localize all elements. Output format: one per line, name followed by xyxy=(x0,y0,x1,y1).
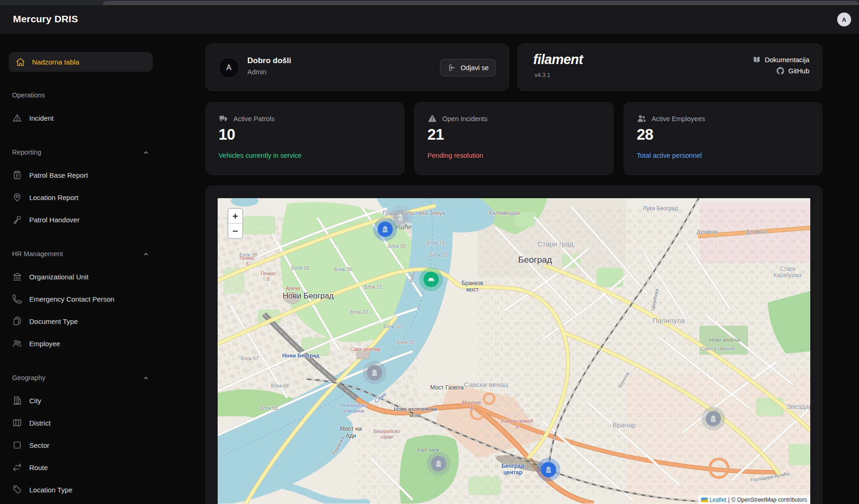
map-pin-icon xyxy=(12,192,22,202)
clipboard-list-icon xyxy=(12,170,22,180)
building-marker-icon xyxy=(378,222,393,237)
sidebar-section-header[interactable]: Geography xyxy=(0,374,161,381)
stat-description: Vehicles currently in service xyxy=(219,152,302,159)
sidebar-item-label: Organizational Unit xyxy=(29,273,89,281)
map-marker-car[interactable] xyxy=(420,268,443,291)
truck-icon xyxy=(219,114,228,123)
sidebar-item-label: Nadzorna tabla xyxy=(32,58,79,66)
home-icon xyxy=(15,57,26,67)
osm-attribution-link[interactable]: © OpenStreetMap contributors xyxy=(731,497,807,503)
chevron-up-icon xyxy=(142,149,149,156)
stat-description: Pending resolution xyxy=(427,152,483,159)
github-icon xyxy=(776,66,785,75)
welcome-avatar: A xyxy=(219,58,239,78)
map-marker-building[interactable] xyxy=(702,407,725,431)
car-marker-icon xyxy=(424,272,439,287)
sidebar-item-label: Location Report xyxy=(29,194,78,201)
stat-description: Total active personnel xyxy=(637,152,702,159)
building-marker-icon xyxy=(706,411,721,426)
sidebar-section-header[interactable]: Reporting xyxy=(0,149,161,156)
github-link[interactable]: GitHub xyxy=(776,66,809,75)
tag-icon xyxy=(12,485,22,495)
stat-card-active-employees: Active Employees 28 Total active personn… xyxy=(624,102,822,175)
sidebar-item-incident[interactable]: Incident xyxy=(0,107,161,129)
zoom-in-button[interactable]: + xyxy=(228,209,242,223)
sidebar-item-location-type[interactable]: Location Type xyxy=(0,478,161,501)
sidebar-item-label: District xyxy=(29,419,51,427)
sidebar-sections: OperationsIncidentReportingPatrol Base R… xyxy=(0,91,161,501)
leaflet-flag-icon xyxy=(701,498,708,502)
leaflet-link[interactable]: Leaflet xyxy=(710,497,726,503)
sidebar-section-label: Geography xyxy=(12,374,45,381)
building-marker-icon xyxy=(367,365,382,381)
warning-triangle-icon xyxy=(427,114,437,123)
documentation-link[interactable]: Dokumentacija xyxy=(752,55,809,64)
sidebar-item-label: Patrol Base Report xyxy=(29,171,88,179)
user-avatar[interactable]: A xyxy=(837,13,851,26)
sidebar-item-dashboard[interactable]: Nadzorna tabla xyxy=(9,52,153,72)
sidebar-item-label: Route xyxy=(29,464,48,472)
browser-chrome-strip xyxy=(0,0,859,5)
sidebar-section-header[interactable]: HR Management xyxy=(0,250,161,258)
sidebar-item-location-report[interactable]: Location Report xyxy=(0,186,161,208)
sidebar-item-label: City xyxy=(29,397,41,405)
github-label: GitHub xyxy=(788,67,809,75)
sidebar-item-label: Location Type xyxy=(29,486,72,494)
leaflet-map[interactable]: Градска општина ЗемунУшћеКалемегданЛука … xyxy=(218,198,810,504)
building-marker-icon xyxy=(541,462,556,478)
sidebar-item-sector[interactable]: Sector xyxy=(0,434,161,456)
stat-value: 21 xyxy=(427,126,444,143)
bank-icon xyxy=(12,271,22,282)
sidebar-item-document-type[interactable]: Document Type xyxy=(0,310,161,332)
sidebar-item-district[interactable]: District xyxy=(0,412,161,434)
map-marker-building[interactable] xyxy=(363,361,387,385)
arrows-right-left-icon xyxy=(12,462,22,472)
filament-logo: filament xyxy=(533,52,583,67)
welcome-card: A Dobro došli Admin Odjavi se xyxy=(206,44,509,91)
phone-icon xyxy=(12,294,22,304)
building-office-icon xyxy=(12,395,22,406)
building-marker-icon xyxy=(431,456,446,472)
sidebar-section-label: HR Management xyxy=(12,250,63,258)
sidebar-section-header: Operations xyxy=(0,91,161,99)
map-marker-building[interactable] xyxy=(374,218,397,241)
sidebar-item-organizational-unit[interactable]: Organizational Unit xyxy=(0,265,161,288)
sidebar-item-employee[interactable]: Employee xyxy=(0,332,161,355)
map-markers-layer xyxy=(218,198,810,504)
sidebar-item-patrol-handover[interactable]: Patrol Handover xyxy=(0,208,161,231)
logout-icon xyxy=(447,63,457,72)
sidebar-item-label: Patrol Handover xyxy=(29,216,79,224)
zoom-out-button[interactable]: − xyxy=(228,224,242,238)
filament-links: Dokumentacija GitHub xyxy=(752,55,809,75)
sidebar-item-emergency-contact-person[interactable]: Emergency Contact Person xyxy=(0,288,161,310)
sidebar-item-label: Sector xyxy=(29,441,49,449)
users-icon xyxy=(637,114,646,123)
map-marker-building[interactable] xyxy=(537,458,561,482)
users-icon xyxy=(12,338,22,349)
sidebar-item-city[interactable]: City xyxy=(0,389,161,412)
documentation-label: Dokumentacija xyxy=(765,56,809,64)
filament-version: v4.3.1 xyxy=(535,72,550,78)
app-title: Mercury DRIS xyxy=(13,13,78,25)
app-window: Mercury DRIS A Nadzorna tabla Operations… xyxy=(0,0,859,504)
filament-card: filament v4.3.1 Dokumentacija GitHub xyxy=(517,44,822,91)
sidebar-section-label: Operations xyxy=(12,91,45,99)
stat-value: 28 xyxy=(637,126,653,143)
map-marker-building[interactable] xyxy=(427,452,451,476)
map-icon xyxy=(12,418,22,428)
stat-card-open-incidents: Open Incidents 21 Pending resolution xyxy=(414,102,614,175)
chevron-up-icon xyxy=(142,251,149,258)
stat-value: 10 xyxy=(219,126,235,143)
attribution-separator: | xyxy=(728,497,730,503)
stat-label: Open Incidents xyxy=(442,115,488,123)
welcome-greeting: Dobro došli xyxy=(247,56,291,65)
top-header: Mercury DRIS A xyxy=(0,5,859,33)
book-open-icon xyxy=(752,55,761,64)
sidebar-item-route[interactable]: Route xyxy=(0,456,161,478)
sidebar-item-label: Document Type xyxy=(29,317,78,325)
stat-label: Active Employees xyxy=(652,115,705,123)
sidebar-item-patrol-base-report[interactable]: Patrol Base Report xyxy=(0,164,161,186)
map-zoom-control: + − xyxy=(227,208,243,239)
logout-label: Odjavi se xyxy=(461,64,489,71)
logout-button[interactable]: Odjavi se xyxy=(440,59,496,77)
